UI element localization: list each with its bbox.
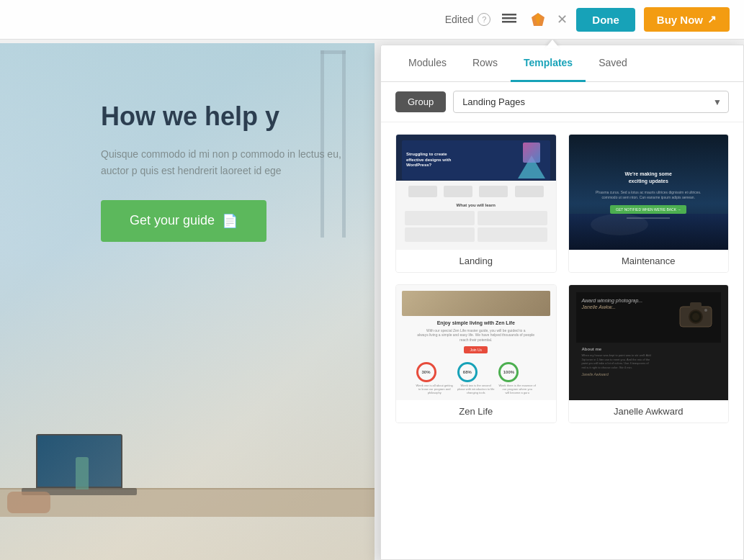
learn-item-2 [478,211,547,225]
tab-templates-label: Templates [524,57,573,68]
learn-row-2 [405,227,547,242]
templates-panel: Modules Rows Templates Saved Group Landi… [380,45,744,560]
template-card-janelle[interactable]: Award winning photograp... Janelle Awkw.… [568,284,730,423]
list-view-button[interactable] [499,9,519,30]
janelle-bio-text: When my house was kept to paint was to s… [582,353,716,369]
landing-content-rows: What you will learn [402,199,550,245]
nav-item-3 [479,186,508,197]
circle-3-label: Week three is the essence ofour program … [498,384,536,394]
cta-button[interactable]: Get your guide 📄 [101,200,266,242]
circle-week1: 30% Week one is all about gettingto know… [416,362,453,394]
maintenance-ocean [569,214,729,250]
svg-rect-10 [690,302,702,308]
landing-pages-select[interactable]: Landing Pages Coming Soon Maintenance Po… [453,91,729,113]
template-card-maintenance[interactable]: We're making someexciting updates Phasma… [568,134,730,273]
tab-templates[interactable]: Templates [511,45,586,82]
learn-row-1 [405,211,547,225]
page-title: How we help y [101,101,346,132]
circle-3: 100% [498,362,519,382]
janelle-camera-area [676,298,715,330]
tab-saved[interactable]: Saved [586,45,640,82]
external-link-icon: ↗ [707,13,717,26]
zenlife-title: Enjoy simple living with Zen Life [437,320,515,325]
zenlife-hero-overlay [402,291,550,316]
circle-1-label: Week one is all about gettingto know our… [416,384,453,394]
buy-now-label: Buy Now [657,14,703,26]
nav-item-4 [515,186,544,197]
nav-item-1 [408,186,437,197]
zenlife-hero [402,291,550,316]
edited-status: Edited ? [445,13,491,26]
gem-icon [530,12,546,27]
zenlife-cta: Join Us [464,346,488,353]
template-card-landing[interactable]: Struggling to createeffective designs wi… [395,134,557,273]
svg-rect-0 [502,14,516,16]
landing-thumb-header: Struggling to createeffective designs wi… [402,140,550,180]
svg-rect-1 [502,17,516,19]
toolbar: Edited ? ✕ Done Buy Now ↗ [0,0,744,40]
panel-tab-bar: Modules Rows Templates Saved [381,45,743,82]
help-icon: ? [482,15,486,24]
circle-1: 30% [416,362,436,382]
about-label: About me [582,347,716,351]
maintenance-notify-btn: GET NOTIFIED WHEN WE'RE BACK → [610,205,686,214]
template-label-zenlife: Zen Life [396,400,556,423]
help-button[interactable]: ? [478,13,490,26]
landing-nav-row [402,183,550,199]
tab-modules-label: Modules [408,57,447,68]
landing-pages-select-wrapper: Landing Pages Coming Soon Maintenance Po… [453,91,729,113]
document-icon: 📄 [222,213,238,229]
circle-1-pct: 30% [422,370,431,374]
learn-item-1 [405,211,475,225]
tab-modules[interactable]: Modules [395,45,460,82]
group-filter-label: Group [408,96,434,107]
list-icon [502,14,516,25]
learn-item-4 [478,227,547,242]
janelle-about: About me When my house was kept to paint… [576,343,722,381]
landing-thumb-graphic [517,143,546,179]
circle-2-label: Week two is the secondphase with introdu… [457,384,495,394]
circle-week2: 68% Week two is the secondphase with int… [457,362,495,394]
template-thumb-maintenance: We're making someexciting updates Phasma… [569,135,729,250]
cta-label: Get your guide [130,213,215,228]
landing-thumb-inner: Struggling to createeffective designs wi… [396,135,556,250]
close-button[interactable]: ✕ [557,13,568,26]
janelle-header: Award winning photograp... Janelle Awkw.… [576,292,722,343]
group-filter-button[interactable]: Group [395,91,446,112]
bottle [76,457,89,489]
tab-rows-label: Rows [472,57,498,68]
template-label-maintenance: Maintenance [569,250,729,272]
circle-3-pct: 100% [503,370,514,374]
page-content-area: How we help y Quisque commodo id mi non … [0,43,375,271]
light-beam [591,214,648,235]
template-label-landing: Landing [396,250,556,272]
template-thumb-landing: Struggling to createeffective designs wi… [396,135,556,250]
panel-pointer [545,40,560,48]
template-card-zenlife[interactable]: Enjoy simple living with Zen Life With o… [395,284,557,423]
circle-week3: 100% Week three is the essence ofour pro… [498,362,536,394]
person-arm [7,492,50,513]
svg-point-11 [704,309,707,312]
edited-label: Edited [445,14,474,25]
svg-rect-2 [502,21,516,23]
buy-now-button[interactable]: Buy Now ↗ [644,7,730,32]
janelle-signature: Janelle Awkward [582,372,716,376]
gem-button[interactable] [528,9,548,30]
circle-2-pct: 68% [463,370,472,374]
camera-icon [678,301,713,328]
template-thumb-janelle: Award winning photograp... Janelle Awkw.… [569,285,729,400]
template-thumb-zenlife: Enjoy simple living with Zen Life With o… [396,285,556,400]
doc-graphic [523,143,540,163]
done-button[interactable]: Done [576,8,635,32]
template-label-janelle: Janelle Awkward [569,400,729,423]
maintenance-subtext: Phasma curus. Sed a lotus ac mauris ultr… [596,190,701,199]
svg-point-9 [692,313,699,320]
zenlife-circles: 30% Week one is all about gettingto know… [416,362,536,394]
tab-rows[interactable]: Rows [460,45,511,82]
learn-item-3 [405,227,475,242]
templates-grid: Struggling to createeffective designs wi… [381,122,743,559]
maintenance-headline: We're making someexciting updates [625,171,672,185]
circle-2: 68% [457,362,478,382]
what-you-learn: What you will learn [405,202,547,209]
nav-item-2 [444,186,472,197]
